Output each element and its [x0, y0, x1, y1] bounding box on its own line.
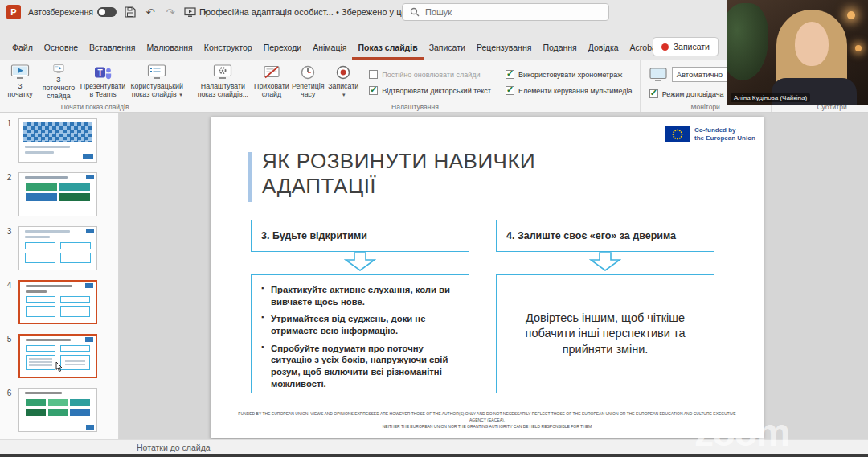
ribbon-button-hide-slide[interactable]: Приховати слайд	[253, 60, 291, 101]
tab-Подання[interactable]: Подання	[537, 37, 582, 60]
point-3-header-text: 3. Будьте відкритими	[261, 230, 367, 241]
slide-title-block[interactable]: ЯК РОЗВИНУТИ НАВИЧКИ АДАПТАЦІЇ	[248, 149, 600, 202]
slide-number: 4	[4, 280, 14, 290]
checkbox-icon	[506, 70, 514, 79]
setup-group-buttons: Налаштувати показ слайдів...Приховати сл…	[193, 60, 361, 101]
main-area: 123456 Co-funded by the European Union Я…	[0, 113, 868, 457]
from-beginning-icon	[10, 64, 30, 80]
thumbnail-row: 5	[4, 334, 112, 378]
search-box[interactable]: Пошук	[402, 3, 609, 21]
checkbox-icon	[506, 86, 514, 95]
record-button-label: Записати	[674, 42, 710, 51]
record-slideshow-icon	[334, 64, 352, 80]
tab-Показ слайдів[interactable]: Показ слайдів	[352, 37, 423, 60]
background-light	[847, 11, 855, 19]
checkbox-icon	[369, 70, 378, 79]
cursor-icon	[55, 362, 63, 372]
thumbnail-row: 3	[4, 226, 112, 270]
eu-logo: Co-funded by the European Union	[665, 126, 755, 143]
down-arrow-icon	[589, 252, 621, 271]
slide-thumbnail-4[interactable]	[18, 280, 97, 324]
svg-text:T: T	[97, 68, 102, 77]
record-button[interactable]: Записати	[653, 37, 719, 56]
slideshow-quick-button[interactable]	[184, 5, 197, 19]
slide-number: 6	[4, 388, 14, 397]
save-icon	[125, 6, 136, 18]
rehearse-timings-icon	[299, 64, 317, 80]
disclaimer-line1: FUNDED BY THE EUROPEAN UNION. VIEWS AND …	[233, 410, 741, 423]
tab-Записати[interactable]: Записати	[424, 37, 471, 60]
ribbon-button-teams[interactable]: TПрезентувати в Teams	[80, 60, 126, 101]
webcam-video[interactable]: Аліна Кудінова (Чайкіна)	[727, 0, 868, 105]
slide-canvas: Co-funded by the European Union ЯК РОЗВИ…	[119, 113, 868, 439]
slide-editor[interactable]: Co-funded by the European Union ЯК РОЗВИ…	[211, 117, 764, 438]
monitor-icon	[649, 68, 667, 82]
search-placeholder: Пошук	[425, 7, 452, 17]
document-title[interactable]: Професійна адаптація особист... • Збереж…	[199, 0, 433, 24]
start-group-buttons: З початкуЗ поточного слайдаTПрезентувати…	[2, 60, 187, 101]
tab-Малювання[interactable]: Малювання	[141, 37, 198, 60]
record-icon	[661, 43, 669, 51]
save-button[interactable]	[124, 5, 137, 19]
background-light	[855, 45, 862, 51]
eu-flag-icon	[665, 126, 690, 142]
tab-Файл[interactable]: Файл	[6, 37, 39, 60]
slide-thumbnail-2[interactable]	[18, 172, 97, 216]
checkbox-Використовувати хронометраж[interactable]: Використовувати хронометраж	[506, 70, 633, 79]
tab-Рецензування[interactable]: Рецензування	[471, 37, 537, 60]
eu-label-line2: the European Union	[694, 134, 755, 142]
undo-button[interactable]	[144, 5, 157, 19]
title-accent-bar	[248, 152, 252, 202]
tab-Вставлення[interactable]: Вставлення	[84, 37, 141, 60]
slide-thumbnail-6[interactable]	[18, 388, 97, 432]
checkbox-icon	[369, 86, 378, 95]
thumbnail-row: 6	[4, 388, 112, 432]
quick-access-toolbar: Автозбереження ▾	[6, 0, 207, 24]
hide-slide-icon	[263, 64, 280, 80]
ribbon-button-rehearse[interactable]: Репетиція часу	[290, 60, 326, 101]
ribbon-button-setup-show[interactable]: Налаштувати показ слайдів...	[193, 60, 252, 101]
ribbon-button-custom-show[interactable]: Користувацький показ слайдів	[126, 60, 187, 101]
checkbox-Елементи керування мультимедіа[interactable]: Елементи керування мультимедіа	[506, 86, 633, 95]
ribbon-button-record[interactable]: Записати	[326, 60, 361, 101]
bullet-item: Практикуйте активне слухання, коли ви ви…	[271, 284, 461, 307]
point-4-header-text: 4. Залиште своє «его» за дверима	[506, 230, 676, 241]
setup-group: Налаштувати показ слайдів...Приховати сл…	[190, 60, 640, 112]
point-4-content-box[interactable]: Довіртесь іншим, щоб чіткіше побачити ін…	[496, 274, 714, 393]
ribbon-button-from-beginning[interactable]: З початку	[2, 60, 38, 101]
search-icon	[410, 7, 420, 17]
toggle-icon[interactable]	[97, 7, 117, 17]
autosave-toggle[interactable]: Автозбереження	[28, 7, 117, 17]
ribbon-button-from-current[interactable]: З поточного слайда	[38, 60, 80, 101]
chevron-down-icon	[178, 90, 182, 98]
checkbox-Відтворювати дикторський текст[interactable]: Відтворювати дикторський текст	[369, 86, 491, 95]
document-title-text: Професійна адаптація особист... • Збереж…	[199, 7, 425, 17]
presenter-mode-label: Режим доповідача	[662, 90, 724, 98]
autosave-label: Автозбереження	[28, 7, 93, 17]
from-current-slide-icon	[49, 64, 68, 74]
checkbox-Постійно оновлювати слайди[interactable]: Постійно оновлювати слайди	[369, 70, 491, 79]
tab-Довідка[interactable]: Довідка	[583, 37, 624, 60]
chevron-down-icon	[342, 90, 346, 98]
setup-slideshow-icon	[213, 64, 232, 80]
participant-face	[795, 22, 829, 66]
slide-title: ЯК РОЗВИНУТИ НАВИЧКИ АДАПТАЦІЇ	[262, 149, 600, 202]
notes-bar-label: Нотатки до слайда	[137, 443, 211, 452]
zoom-watermark: zoom	[694, 410, 788, 455]
box3-bullet-list: Практикуйте активне слухання, коли ви ви…	[258, 284, 461, 389]
tab-Основне[interactable]: Основне	[39, 37, 84, 60]
point-3-header-box[interactable]: 3. Будьте відкритими	[251, 220, 469, 252]
point-4-header-box[interactable]: 4. Залиште своє «его» за дверима	[496, 220, 714, 252]
group-label: Налаштування	[190, 103, 639, 111]
tab-Переходи[interactable]: Переходи	[258, 37, 308, 60]
tab-Конструктор[interactable]: Конструктор	[199, 37, 258, 60]
checkbox-icon	[649, 89, 658, 98]
slide-thumbnail-1[interactable]	[18, 118, 97, 163]
redo-button[interactable]	[164, 5, 177, 19]
disclaimer-line2: NEITHER THE EUROPEAN UNION NOR THE GRANT…	[233, 423, 741, 430]
tab-Анімація[interactable]: Анімація	[307, 37, 352, 60]
point-3-content-box[interactable]: Практикуйте активне слухання, коли ви ви…	[251, 274, 469, 393]
slide-thumbnail-3[interactable]	[18, 226, 97, 270]
slide-thumbnail-5[interactable]	[18, 334, 97, 378]
slideshow-icon	[184, 7, 196, 18]
